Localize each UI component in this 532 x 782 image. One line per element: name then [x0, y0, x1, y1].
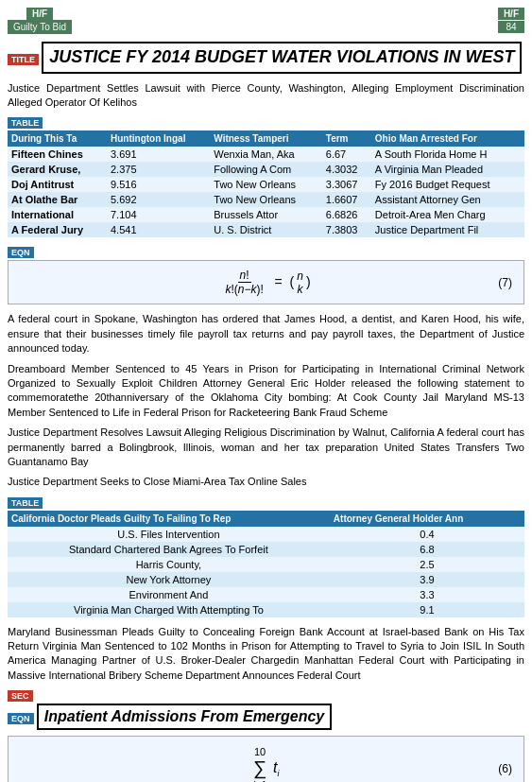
- eqn2-number: (6): [498, 762, 512, 775]
- title-label: TITLE: [8, 54, 39, 65]
- table-cell: 3.3: [330, 587, 524, 602]
- table-cell: Two New Orleans: [210, 192, 322, 207]
- table-cell: 6.8: [330, 542, 524, 557]
- table-cell: 7.104: [107, 207, 210, 222]
- eqn2-formula: 10 ∑ i=1 ti: [253, 759, 280, 775]
- table-cell: U. S. District: [210, 222, 322, 237]
- table2: California Doctor Pleads Guilty To Faili…: [8, 511, 524, 617]
- table-cell: Environment And: [8, 587, 330, 602]
- table-cell: 3.3067: [322, 177, 371, 192]
- table-cell: New York Attorney: [8, 572, 330, 587]
- table1-col5-header: Ohio Man Arrested For: [371, 130, 524, 147]
- table-cell: 5.692: [107, 192, 210, 207]
- table-cell: Fy 2016 Budget Request: [371, 177, 524, 192]
- sec-title: Inpatient Admissions From Emergency: [37, 704, 332, 730]
- table1-col1-header: During This Ta: [8, 130, 107, 147]
- para2: Dreamboard Member Sentenced to 45 Years …: [8, 362, 524, 421]
- table1-col4-header: Term: [322, 130, 371, 147]
- table-cell: Justice Department Fil: [371, 222, 524, 237]
- table-cell: A South Florida Home H: [371, 147, 524, 162]
- table2-container: TABLE California Doctor Pleads Guilty To…: [8, 495, 524, 617]
- eqn1-container: EQN n! k!(n−k)! = (nk) (7): [8, 245, 524, 304]
- table-cell: Doj Antitrust: [8, 177, 107, 192]
- table-cell: Following A Com: [210, 162, 322, 177]
- table-cell: 6.67: [322, 147, 371, 162]
- table-cell: Harris County,: [8, 557, 330, 572]
- table1-container: TABLE During This Ta Huntington Ingal Wi…: [8, 115, 524, 237]
- right-hf-badge: H/F 84: [498, 8, 524, 34]
- top-badges: H/F Guilty To Bid H/F 84: [8, 8, 524, 34]
- table-cell: 3.9: [330, 572, 524, 587]
- table1-label: TABLE: [8, 117, 43, 129]
- table2-label: TABLE: [8, 497, 43, 509]
- table-cell: U.S. Files Intervention: [8, 527, 330, 542]
- table-row: At Olathe Bar5.692Two New Orleans1.6607A…: [8, 192, 524, 207]
- table-cell: Wenxia Man, Aka: [210, 147, 322, 162]
- eqn1-label: EQN: [8, 247, 34, 258]
- table1: During This Ta Huntington Ingal Witness …: [8, 130, 524, 237]
- right-hf-label: H/F: [498, 8, 524, 20]
- para4: Justice Department Seeks to Close Miami-…: [8, 475, 524, 489]
- right-hf-value: 84: [498, 21, 523, 33]
- table-cell: 1.6607: [322, 192, 371, 207]
- eqn2-box: 10 ∑ i=1 ti (6): [8, 736, 524, 782]
- table-cell: 2.375: [107, 162, 210, 177]
- table-cell: Two New Orleans: [210, 177, 322, 192]
- table-cell: 9.516: [107, 177, 210, 192]
- table-cell: Fifteen Chines: [8, 147, 107, 162]
- table-cell: 4.541: [107, 222, 210, 237]
- table-row: A Federal Jury4.541U. S. District7.3803J…: [8, 222, 524, 237]
- table-cell: Standard Chartered Bank Agrees To Forfei…: [8, 542, 330, 557]
- table-row: International7.104Brussels Attor6.6826De…: [8, 207, 524, 222]
- table-row: Virginia Man Charged With Attempting To9…: [8, 602, 524, 617]
- table-row: Environment And3.3: [8, 587, 524, 602]
- table-row: Fifteen Chines3.691Wenxia Man, Aka6.67A …: [8, 147, 524, 162]
- table-cell: Virginia Man Charged With Attempting To: [8, 602, 330, 617]
- eqn1-box: n! k!(n−k)! = (nk) (7): [8, 260, 524, 304]
- sec-label: SEC: [8, 690, 33, 702]
- table-cell: A Virginia Man Pleaded: [371, 162, 524, 177]
- table-row: New York Attorney3.9: [8, 572, 524, 587]
- table-cell: 0.4: [330, 527, 524, 542]
- table-cell: International: [8, 207, 107, 222]
- table-cell: 9.1: [330, 602, 524, 617]
- left-hf-badge: H/F Guilty To Bid: [8, 8, 72, 34]
- table-cell: At Olathe Bar: [8, 192, 107, 207]
- table-cell: 3.691: [107, 147, 210, 162]
- table-row: U.S. Files Intervention0.4: [8, 527, 524, 542]
- left-hf-label: H/F: [26, 8, 53, 20]
- eqn2-label: EQN: [8, 713, 34, 724]
- table1-col2-header: Huntington Ingal: [107, 130, 210, 147]
- table-row: Standard Chartered Bank Agrees To Forfei…: [8, 542, 524, 557]
- table-cell: 4.3032: [322, 162, 371, 177]
- table1-col3-header: Witness Tamperi: [210, 130, 322, 147]
- guilty-badge: Guilty To Bid: [8, 20, 72, 34]
- table-cell: 6.6826: [322, 207, 371, 222]
- fraction: n! k!(n−k)!: [223, 269, 265, 296]
- table-cell: A Federal Jury: [8, 222, 107, 237]
- para5: Maryland Businessman Pleads Guilty to Co…: [8, 625, 524, 684]
- eqn1-number: (7): [498, 276, 512, 289]
- main-title: JUSTICE FY 2014 BUDGET WATER VIOLATIONS …: [42, 42, 522, 74]
- table-row: Harris County,2.5: [8, 557, 524, 572]
- title-section: TITLE JUSTICE FY 2014 BUDGET WATER VIOLA…: [8, 42, 524, 74]
- sec-section: SEC EQN Inpatient Admissions From Emerge…: [8, 688, 524, 782]
- table-cell: Gerard Kruse,: [8, 162, 107, 177]
- eqn1-formula: n! k!(n−k)! = (nk): [221, 274, 310, 289]
- table-cell: 7.3803: [322, 222, 371, 237]
- para3: Justice Department Resolves Lawsuit Alle…: [8, 426, 524, 469]
- table-cell: 2.5: [330, 557, 524, 572]
- table-cell: Brussels Attor: [210, 207, 322, 222]
- table-row: Gerard Kruse,2.375Following A Com4.3032A…: [8, 162, 524, 177]
- table-cell: Detroit-Area Men Charg: [371, 207, 524, 222]
- table2-col2-header: Attorney General Holder Ann: [330, 511, 524, 527]
- intro-text: Justice Department Settles Lawsuit with …: [8, 81, 524, 111]
- table2-col1-header: California Doctor Pleads Guilty To Faili…: [8, 511, 330, 527]
- table-cell: Assistant Attorney Gen: [371, 192, 524, 207]
- para1: A federal court in Spokane, Washington h…: [8, 312, 524, 356]
- table-row: Doj Antitrust9.516Two New Orleans3.3067F…: [8, 177, 524, 192]
